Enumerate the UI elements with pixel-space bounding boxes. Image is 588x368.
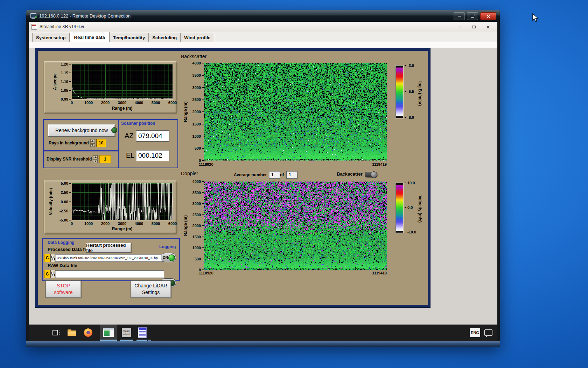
average-number-label: Average number (234, 172, 267, 177)
firefox-button[interactable] (80, 325, 96, 340)
tick-label: 1500 (192, 122, 204, 126)
task-view-icon (52, 329, 59, 336)
remote-session: StreamLine XR v14-6.vi System setupReal … (29, 22, 497, 341)
file-explorer-button[interactable] (65, 325, 79, 340)
tick-label: 0.00 (61, 200, 71, 204)
path-browse-button[interactable] (50, 270, 55, 278)
snr-threshold-box: Display SNR threshold 1 (43, 150, 119, 168)
average-count-field[interactable]: 1 (286, 171, 298, 179)
change-lidar-settings-button[interactable]: Change LiDAR Settings (131, 280, 171, 298)
rays-in-background-value[interactable]: 10 (96, 139, 106, 147)
tick-label: 1.20 (61, 62, 71, 66)
path-browse-button[interactable] (50, 254, 55, 262)
change-line2: Settings (142, 289, 160, 296)
backscatter-doppler-toggle[interactable] (365, 172, 377, 177)
tick-label: 2000 (192, 110, 204, 114)
processed-data-file-label: Processed Data file (48, 247, 90, 252)
tab-bar: System setupReal time dataTemp/humidityS… (29, 32, 497, 42)
rdp-minimize-button[interactable] (454, 12, 465, 20)
data-logging-box: Data Logging Processed Data file Restart… (42, 238, 180, 281)
tick-label: 2500 (192, 97, 204, 102)
action-center-button[interactable] (482, 325, 494, 340)
app-titlebar[interactable]: StreamLine XR v14-6.vi (29, 22, 497, 32)
tab-wind-profile[interactable]: Wind profile (181, 33, 214, 42)
tick-label: 3000 (118, 101, 126, 105)
processed-path-field[interactable]: C:\Lidar\Data\Proc\2023\202309\20230918\… (55, 254, 164, 262)
rdp-title: 192.168.0.122 - Remote Desktop Connectio… (39, 13, 131, 19)
tab-scheduling[interactable]: Scheduling (149, 33, 181, 42)
rays-spinner[interactable] (90, 139, 95, 147)
tick-label: -10.0 (405, 230, 416, 234)
tick-label: 10.0 (405, 181, 415, 185)
background-led-icon (111, 127, 117, 133)
app-restore-button[interactable] (469, 24, 478, 29)
scan-scheduler-button[interactable]: Scan sched (119, 325, 133, 340)
doppler-plot-title: Doppler (181, 171, 198, 176)
tick-label: 1.10 (61, 80, 71, 84)
app-minimize-button[interactable] (455, 24, 464, 29)
minimize-icon (458, 16, 461, 16)
logging-label: Logging (159, 244, 176, 249)
tick-label: 4000 (135, 222, 143, 226)
tick-label: 6000 (168, 101, 177, 105)
backscatter-time-end: 1119419 (372, 162, 387, 166)
tick-label: 0.0 (405, 205, 413, 210)
tick-label: 3500 (192, 191, 204, 195)
backscatter-colorbar-label: log B (/m/sr) (417, 66, 423, 122)
vi-document-button[interactable] (136, 325, 148, 340)
firefox-icon (84, 328, 92, 337)
scan-icon-text2: sched (122, 333, 130, 336)
scan-icon-text1: Scan (123, 329, 130, 333)
rdp-titlebar[interactable]: 192.168.0.122 - Remote Desktop Connectio… (26, 10, 500, 22)
velocity-ylabel: Velocity (m/s) (48, 183, 54, 220)
vi-app-underline (136, 340, 147, 341)
rdp-window: 192.168.0.122 - Remote Desktop Connectio… (26, 10, 500, 347)
tick-label: 2000 (101, 101, 110, 105)
stop-software-button[interactable]: STOP software (46, 280, 81, 298)
restart-processed-file-button[interactable]: Restart processed file (86, 243, 131, 253)
language-indicator[interactable]: ENG (469, 325, 481, 340)
task-view-button[interactable] (49, 325, 63, 340)
el-value-field: 000.102 (136, 150, 169, 161)
tick-label: -5.5 (405, 89, 414, 94)
tick-label: -8.0 (405, 115, 414, 120)
tick-label: 5000 (152, 101, 160, 105)
tick-label: -2.50 (59, 209, 71, 213)
drive-letter-selector[interactable]: C (44, 270, 50, 278)
background-controls-box: Renew background now Rays in background … (43, 119, 119, 151)
drive-letter-selector[interactable]: C (44, 254, 50, 262)
tab-real-time-data[interactable]: Real time data (70, 32, 110, 42)
tick-label: 3000 (192, 86, 204, 90)
decrement-icon (94, 161, 97, 162)
desktop: 192.168.0.122 - Remote Desktop Connectio… (0, 0, 588, 368)
stop-line2: software (54, 289, 73, 296)
tab-system-setup[interactable]: System setup (32, 33, 70, 42)
data-logging-title: Data Logging (48, 240, 75, 245)
tick-label: -3.0 (405, 63, 414, 68)
tick-label: -5.00 (59, 218, 71, 222)
doppler-colorbar (396, 183, 403, 233)
tick-label: 2500 (192, 213, 204, 217)
tick-label: 2000 (192, 224, 204, 228)
processed-logging-toggle[interactable]: ON (161, 253, 176, 262)
increment-icon (91, 140, 93, 142)
restore-icon (472, 26, 476, 28)
average-number-field[interactable]: 1 (269, 171, 280, 179)
streamline-app-button[interactable] (100, 325, 117, 340)
tick-label: 4000 (135, 101, 143, 105)
rdp-restore-button[interactable] (467, 12, 478, 20)
snr-threshold-value[interactable]: 1 (99, 155, 111, 163)
snr-spinner[interactable] (93, 155, 98, 163)
renew-background-button[interactable]: Renew background now (48, 124, 115, 137)
app-close-button[interactable] (483, 24, 492, 29)
tab-temp-humidity[interactable]: Temp/humidity (110, 33, 149, 42)
ascope-xlabel: Range (m) (72, 106, 173, 111)
backscatter-colorbar (396, 66, 403, 118)
tick-label: 0 (71, 222, 73, 226)
close-icon (486, 14, 490, 18)
scan-app-underline (120, 340, 133, 341)
tick-label: 1500 (192, 235, 204, 239)
streamline-app-icon (103, 328, 114, 337)
raw-path-field[interactable] (55, 270, 164, 278)
rdp-close-button[interactable] (480, 12, 496, 20)
